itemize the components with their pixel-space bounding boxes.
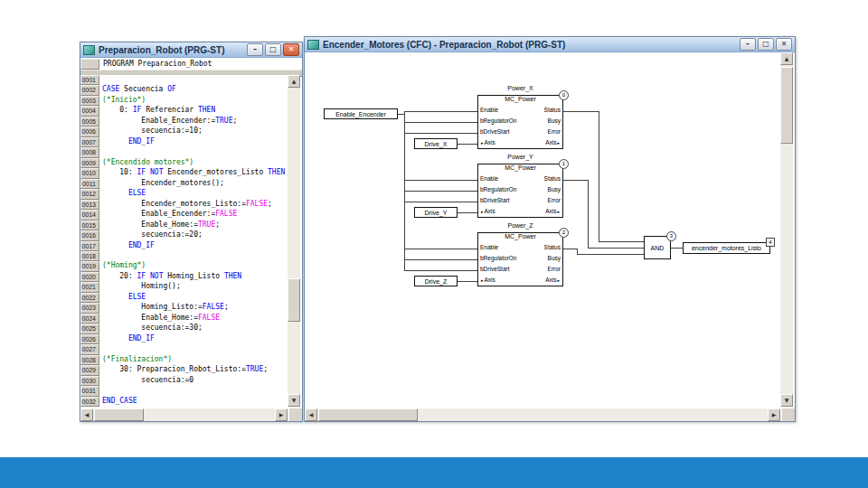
code-line[interactable]: 0021 Homing(); [80,282,288,292]
function-block-power_y[interactable]: MC_PowerEnableStatusbRegulatorOnBusybDri… [477,164,563,218]
code-line[interactable]: 0032END_CASE [80,397,288,407]
function-block-power_x[interactable]: MC_PowerEnableStatusbRegulatorOnBusybDri… [477,95,563,149]
code-line[interactable]: 0007 END_IF [80,137,288,147]
code-line[interactable]: 0011 Encender_motores(); [80,179,288,189]
code-line[interactable]: 0017 END_IF [80,241,288,251]
code-line[interactable]: 0002CASE Secuencia OF [80,85,288,95]
scroll-right-icon[interactable]: ▶ [275,408,288,421]
cfc-horizontal-scrollbar-thumb[interactable] [318,408,418,421]
line-number[interactable]: 0007 [80,137,99,147]
scroll-right-icon[interactable]: ▶ [768,408,780,421]
line-number[interactable]: 0019 [80,261,99,271]
code-line[interactable]: 0013 Encender_motores_Listo:=FALSE; [80,200,288,210]
declaration-editor[interactable]: PROGRAM Preparacion_Robot [80,58,302,70]
cfc-maximize-button[interactable]: □ [758,38,774,51]
cfc-input-enable-encender[interactable]: Enable_Encender [324,108,398,119]
line-number[interactable]: 0010 [80,168,99,178]
code-line[interactable]: 0006 secuencia:=10; [80,127,288,136]
line-number[interactable]: 0017 [80,241,99,251]
line-number[interactable]: 0005 [80,117,99,127]
line-number[interactable]: 0020 [80,272,99,282]
line-number[interactable]: 0030 [80,376,99,386]
code-line[interactable]: 0018 [80,251,288,261]
code-line[interactable]: 0015 Enable_Home:=TRUE; [80,221,288,230]
line-number[interactable]: 0003 [80,96,99,106]
code-line[interactable]: 0005 Enable_Encender:=TRUE; [80,117,288,127]
cfc-minimize-button[interactable]: – [740,38,756,51]
scroll-up-icon[interactable]: ▲ [288,75,300,88]
cfc-vertical-scrollbar[interactable]: ▲ ▼ [780,52,793,407]
line-number[interactable]: 0002 [80,85,99,95]
vertical-scrollbar-thumb[interactable] [288,278,300,322]
code-line[interactable]: 0027 [80,344,288,354]
horizontal-scrollbar-thumb[interactable] [94,408,144,421]
line-number[interactable]: 0015 [80,221,99,230]
code-line[interactable]: 0001 [80,75,288,85]
line-number[interactable]: 0031 [80,386,99,396]
code-line[interactable]: 0026 END_IF [80,334,288,344]
line-number[interactable]: 0032 [80,397,99,407]
code-line[interactable]: 0023 Homing_Listo:=FALSE; [80,303,288,313]
left-window-titlebar[interactable]: Preparacion_Robot (PRG-ST) – □ ✕ [80,42,302,58]
line-number[interactable]: 0016 [80,230,99,240]
code-line[interactable]: 0012 ELSE [80,189,288,199]
code-line[interactable]: 0009(*Encendido motores*) [80,158,288,168]
line-number[interactable]: 0022 [80,293,99,303]
code-line[interactable]: 0003(*Inicio*) [80,96,288,106]
code-line[interactable]: 0016 secuencia:=20; [80,230,288,240]
cfc-horizontal-scrollbar[interactable]: ◀ ▶ [305,408,780,421]
cfc-editor-canvas[interactable]: Enable_EncenderDrive_XDrive_YDrive_ZPowe… [305,52,780,407]
cfc-input-drive_z[interactable]: Drive_Z [414,276,458,286]
scroll-left-icon[interactable]: ◀ [80,408,93,421]
maximize-button[interactable]: □ [265,43,281,56]
code-line[interactable]: 0024 Enable_Home:=FALSE [80,314,288,324]
line-number[interactable]: 0008 [80,147,99,157]
line-number[interactable]: 0006 [80,127,99,136]
line-number[interactable]: 0026 [80,334,99,344]
code-line[interactable]: 0030 secuencia:=0 [80,376,288,386]
code-line[interactable]: 0019(*Homing*) [80,261,288,271]
code-line[interactable]: 0031 [80,386,288,396]
scroll-up-icon[interactable]: ▲ [780,52,793,65]
minimize-button[interactable]: – [247,43,263,56]
line-number[interactable]: 0011 [80,179,99,189]
line-number[interactable]: 0027 [80,344,99,354]
function-block-power_z[interactable]: MC_PowerEnableStatusbRegulatorOnBusybDri… [477,232,563,286]
code-line[interactable]: 0029 30: Preparacion_Robot_Listo:=TRUE; [80,365,288,375]
cfc-input-drive_x[interactable]: Drive_X [414,138,458,149]
code-line[interactable]: 0010 10: IF NOT Encender_motores_Listo T… [80,168,288,178]
vertical-scrollbar[interactable]: ▲ ▼ [288,75,300,407]
line-number[interactable]: 0012 [80,189,99,199]
cfc-output-encender-motores-listo[interactable]: encender_motores_Listo [683,242,770,254]
cfc-vertical-scrollbar-thumb[interactable] [780,67,793,144]
line-number[interactable]: 0009 [80,158,99,168]
line-number[interactable]: 0014 [80,210,99,220]
code-line[interactable]: 0028(*Finalizacion*) [80,355,288,365]
cfc-input-drive_y[interactable]: Drive_Y [414,207,458,218]
code-line[interactable]: 0020 20: IF NOT Homing_Listo THEN [80,272,288,282]
cfc-close-button[interactable]: ✕ [776,38,792,51]
line-number[interactable]: 0001 [80,75,99,85]
line-number[interactable]: 0024 [80,314,99,324]
code-line[interactable]: 0022 ELSE [80,293,288,303]
line-number[interactable]: 0004 [80,106,99,116]
code-line[interactable]: 0008 [80,147,288,157]
scroll-down-icon[interactable]: ▼ [780,394,793,407]
inout-marker-icon: ▸ [481,140,484,145]
line-number[interactable]: 0018 [80,251,99,261]
line-number[interactable]: 0029 [80,365,99,375]
code-line[interactable]: 0014 Enable_Encender:=FALSE [80,210,288,220]
scroll-down-icon[interactable]: ▼ [288,394,300,407]
horizontal-scrollbar[interactable]: ◀ ▶ [80,408,288,421]
code-line[interactable]: 0025 secuencia:=30; [80,324,288,333]
close-button[interactable]: ✕ [283,43,299,56]
line-number[interactable]: 0028 [80,355,99,365]
line-number[interactable]: 0025 [80,324,99,333]
line-number[interactable]: 0013 [80,200,99,210]
line-number[interactable]: 0023 [80,303,99,313]
scroll-left-icon[interactable]: ◀ [305,408,317,421]
right-window-titlebar[interactable]: Encender_Motores (CFC) - Preparacion_Rob… [305,37,795,52]
code-line[interactable]: 0004 0: IF Referenciar THEN [80,106,288,116]
line-number[interactable]: 0021 [80,282,99,292]
st-code-editor[interactable]: 00010002CASE Secuencia OF0003(*Inicio*)0… [80,75,288,407]
